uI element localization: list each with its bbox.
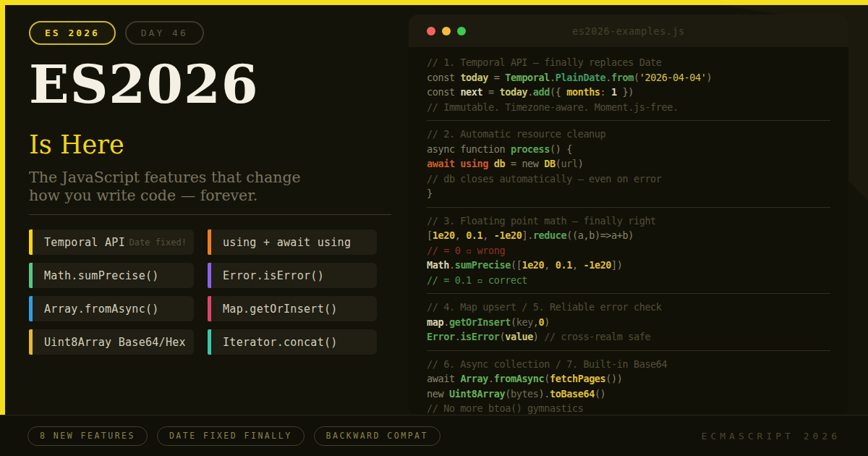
code-token: getOrInsert bbox=[449, 316, 511, 328]
editor-filename: es2026-examples.js bbox=[409, 25, 848, 37]
tagline: The JavaScript features that change how … bbox=[29, 169, 301, 205]
code-line: // 4. Map upsert / 5. Reliable error che… bbox=[427, 300, 830, 315]
code-token: Math bbox=[427, 259, 449, 271]
tagline-line1: The JavaScript features that change bbox=[29, 169, 301, 187]
code-line: // db closes automatically — even on err… bbox=[427, 172, 830, 187]
code-token: const bbox=[427, 86, 460, 98]
code-token: () bbox=[595, 388, 605, 400]
code-token: Uint8Array bbox=[449, 388, 505, 400]
code-section: // 2. Automatic resource cleanupasync fu… bbox=[427, 120, 830, 201]
code-line: [1e20, 0.1, -1e20].reduce((a,b)=>a+b) bbox=[427, 228, 830, 243]
code-token: ) bbox=[578, 158, 584, 169]
code-token: map bbox=[427, 316, 443, 328]
code-token: , bbox=[572, 259, 583, 271]
feature-card: Array.fromAsync() bbox=[29, 296, 194, 321]
code-token: 0.1 bbox=[466, 229, 482, 241]
code-token: ( bbox=[505, 388, 511, 400]
tagline-line2: how you write code — forever. bbox=[29, 187, 301, 205]
code-line: // 3. Floating point math — finally righ… bbox=[427, 214, 830, 229]
code-token: ((a,b)=>a+b) bbox=[566, 229, 634, 241]
feature-grid: Temporal APIDate fixed!using + await usi… bbox=[29, 229, 377, 355]
code-token: = new bbox=[505, 158, 544, 169]
feature-card: Math.sumPrecise() bbox=[29, 263, 194, 288]
code-token: -1e20 bbox=[494, 229, 522, 241]
code-line: new Uint8Array(bytes).toBase64() bbox=[427, 387, 830, 402]
code-token: ({ bbox=[550, 86, 566, 98]
code-token: from bbox=[611, 72, 634, 83]
code-token: // 4. Map upsert / 5. Reliable error che… bbox=[427, 301, 662, 313]
feature-label: Error.isError() bbox=[223, 269, 324, 282]
code-token: ()) bbox=[605, 373, 622, 384]
code-token: // = 0 ▫ wrong bbox=[427, 245, 505, 256]
code-token: url bbox=[561, 158, 578, 169]
code-token: process bbox=[511, 143, 550, 155]
footer-badge: 8 NEW FEATURES bbox=[27, 426, 148, 446]
code-token: ) bbox=[544, 316, 550, 328]
code-token: toBase64 bbox=[550, 388, 595, 400]
code-token: DB bbox=[544, 158, 555, 169]
left-panel: ES 2026 DAY 46 ES2026 Is Here The JavaSc… bbox=[29, 0, 391, 415]
feature-label: using + await using bbox=[223, 236, 351, 249]
code-token: sumPrecise bbox=[455, 259, 511, 271]
code-line: const today = Temporal.PlainDate.from('2… bbox=[427, 70, 830, 85]
code-token: , bbox=[455, 229, 466, 241]
code-editor-window: es2026-examples.js // 1. Temporal API — … bbox=[409, 14, 848, 415]
code-token: Temporal bbox=[505, 72, 550, 83]
code-token: . bbox=[488, 373, 494, 384]
code-token: () { bbox=[550, 143, 572, 155]
top-accent-bar bbox=[0, 0, 868, 5]
feature-card: Map.getOrInsert() bbox=[208, 296, 377, 321]
code-token: . bbox=[550, 72, 556, 83]
editor-titlebar: es2026-examples.js bbox=[409, 14, 848, 48]
code-token: key bbox=[516, 316, 533, 328]
feature-card: Temporal APIDate fixed! bbox=[29, 229, 194, 255]
code-token: next bbox=[460, 86, 482, 98]
footer-badge: DATE FIXED FINALLY bbox=[157, 426, 305, 446]
footer-badges: 8 NEW FEATURESDATE FIXED FINALLYBACKWARD… bbox=[27, 426, 441, 446]
code-token: // 2. Automatic resource cleanup bbox=[427, 128, 605, 140]
feature-label: Map.getOrInsert() bbox=[223, 303, 338, 316]
code-token: ]) bbox=[611, 259, 622, 271]
feature-label: Math.sumPrecise() bbox=[44, 269, 159, 282]
code-token: // 3. Floating point math — finally righ… bbox=[427, 215, 656, 227]
code-token: today bbox=[499, 86, 527, 98]
code-token: ( bbox=[556, 158, 561, 169]
code-token: ([ bbox=[511, 259, 522, 271]
code-token: ( bbox=[511, 316, 516, 328]
code-token: ( bbox=[544, 373, 550, 384]
code-token: 1e20 bbox=[522, 259, 544, 271]
code-token: 1e20 bbox=[433, 229, 455, 241]
feature-card: Iterator.concat() bbox=[208, 329, 377, 355]
code-token: reduce bbox=[533, 229, 566, 241]
code-token: , bbox=[482, 229, 493, 241]
code-token: value bbox=[505, 331, 533, 342]
code-token: ( bbox=[634, 72, 639, 83]
code-line: // 1. Temporal API — finally replaces Da… bbox=[427, 55, 830, 70]
code-token: ) bbox=[706, 72, 712, 83]
code-token: . bbox=[527, 86, 533, 98]
code-token: -1e20 bbox=[583, 259, 611, 271]
code-line: async function process() { bbox=[427, 142, 830, 157]
code-line: map.getOrInsert(key,0) bbox=[427, 315, 830, 330]
code-token: async function bbox=[427, 143, 511, 155]
code-line: await Array.fromAsync(fetchPages()) bbox=[427, 371, 830, 387]
code-section: // 6. Async collection / 7. Built-in Bas… bbox=[427, 350, 830, 415]
feature-card: Error.isError() bbox=[208, 263, 377, 288]
code-token: [ bbox=[427, 229, 433, 241]
feature-label: Array.fromAsync() bbox=[44, 303, 159, 316]
code-body: // 1. Temporal API — finally replaces Da… bbox=[409, 48, 848, 415]
code-token: } bbox=[427, 187, 433, 199]
code-section: // 3. Floating point math — finally righ… bbox=[427, 207, 830, 288]
code-line: // = 0 ▫ wrong bbox=[427, 243, 830, 258]
code-line: // No more btoa() gymnastics bbox=[427, 401, 830, 415]
code-token: '2026-04-04' bbox=[639, 72, 707, 83]
code-token: Array bbox=[460, 373, 488, 384]
code-token: : bbox=[600, 86, 611, 98]
code-section: // 4. Map upsert / 5. Reliable error che… bbox=[427, 293, 830, 345]
section-divider bbox=[29, 214, 391, 215]
feature-label: Uint8Array Base64/Hex bbox=[44, 336, 186, 349]
code-section: // 1. Temporal API — finally replaces Da… bbox=[427, 55, 830, 114]
footer-bar: 8 NEW FEATURESDATE FIXED FINALLYBACKWARD… bbox=[0, 415, 868, 456]
code-line: Math.sumPrecise([1e20, 0.1, -1e20]) bbox=[427, 258, 830, 273]
code-token: , bbox=[544, 259, 555, 271]
